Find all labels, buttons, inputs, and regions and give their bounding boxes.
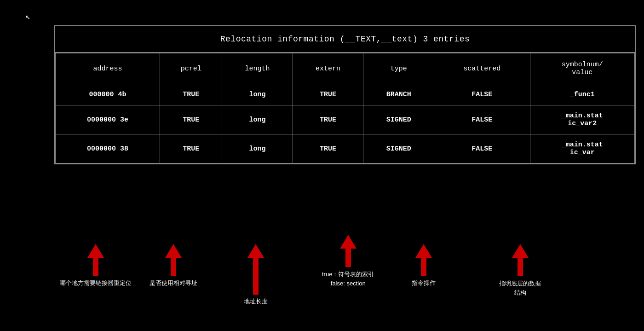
col-header-address: address [56,53,160,84]
table-container: Relocation information (__TEXT,__text) 3… [54,25,636,164]
label-scattered: 指明底层的数据结构 [499,279,541,297]
cell-scattered-2: FALSE [434,134,530,163]
cell-extern-1: TRUE [293,105,363,134]
cell-pcrel-2: TRUE [160,134,222,163]
cell-type-2: SIGNED [363,134,434,163]
col-header-type: type [363,53,434,84]
svg-marker-2 [247,244,264,295]
svg-marker-4 [415,244,432,276]
col-header-extern: extern [293,53,363,84]
cell-scattered-0: FALSE [434,84,530,105]
col-header-length: length [222,53,293,84]
arrow-length [247,244,264,295]
table-row: 0000000 3e TRUE long TRUE SIGNED FALSE _… [56,105,635,134]
arrow-pcrel [165,244,182,276]
table-header-row: address pcrel length extern type scatter… [56,53,635,84]
cell-length-2: long [222,134,293,163]
annotation-address: 哪个地方需要链接器重定位 [60,244,132,287]
annotation-type: 指令操作 [412,244,436,287]
cell-extern-2: TRUE [293,134,363,163]
label-extern: true：符号表的索引false: section [322,270,374,288]
svg-marker-3 [340,235,356,267]
annotation-scattered: 指明底层的数据结构 [499,244,541,297]
cell-length-0: long [222,84,293,105]
label-address: 哪个地方需要链接器重定位 [60,279,132,287]
cell-type-0: BRANCH [363,84,434,105]
arrow-type [415,244,432,276]
cell-extern-0: TRUE [293,84,363,105]
cell-scattered-1: FALSE [434,105,530,134]
cell-pcrel-1: TRUE [160,105,222,134]
svg-marker-0 [87,244,104,276]
annotation-extern: true：符号表的索引false: section [322,235,374,288]
annotation-pcrel: 是否使用相对寻址 [150,244,197,287]
svg-marker-5 [512,244,529,276]
cell-length-1: long [222,105,293,134]
cell-symbol-1: _main.static_var2 [530,105,634,134]
cell-symbol-2: _main.static_var [530,134,634,163]
svg-marker-1 [165,244,182,276]
arrow-extern [340,235,356,267]
col-header-scattered: scattered [434,53,530,84]
table-row: 0000000 38 TRUE long TRUE SIGNED FALSE _… [56,134,635,163]
cursor-icon: ↖ [25,12,30,22]
cell-type-1: SIGNED [363,105,434,134]
label-length: 地址长度 [244,297,268,306]
arrow-address [87,244,104,276]
cell-address-2: 0000000 38 [56,134,160,163]
cell-pcrel-0: TRUE [160,84,222,105]
annotation-length: 地址长度 [244,244,268,306]
cell-address-1: 0000000 3e [56,105,160,134]
label-type: 指令操作 [412,279,436,287]
cell-symbol-0: _func1 [530,84,634,105]
col-header-pcrel: pcrel [160,53,222,84]
table-row: 000000 4b TRUE long TRUE BRANCH FALSE _f… [56,84,635,105]
cell-address-0: 000000 4b [56,84,160,105]
arrow-scattered [512,244,529,276]
relocation-table: address pcrel length extern type scatter… [55,53,635,163]
label-pcrel: 是否使用相对寻址 [150,279,197,287]
col-header-symbolnum: symbolnum/value [530,53,634,84]
table-title: Relocation information (__TEXT,__text) 3… [55,26,635,53]
